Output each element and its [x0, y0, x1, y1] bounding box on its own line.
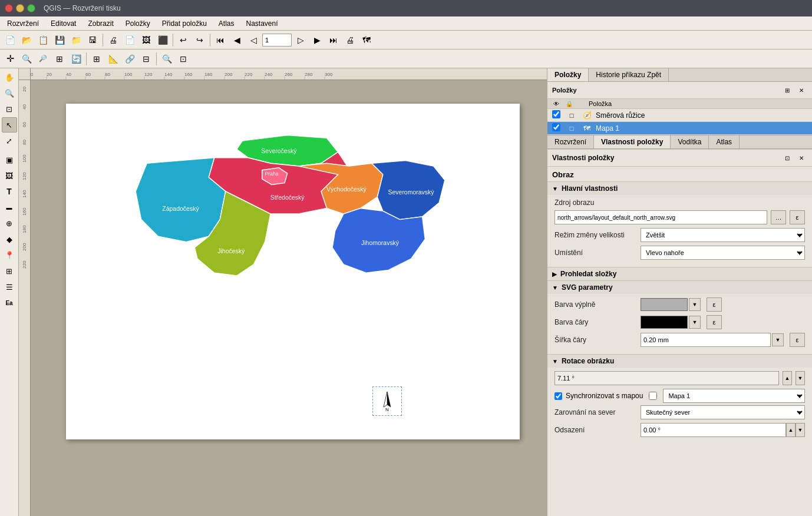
add-map-button[interactable]: ✛ — [2, 51, 18, 67]
tab-voditka[interactable]: Vodítka — [671, 135, 709, 148]
add-shape-tool[interactable]: ◆ — [2, 231, 17, 247]
menu-nastaveni[interactable]: Nastavení — [242, 18, 283, 29]
save-button[interactable]: 💾 — [52, 32, 67, 48]
sirka-cary-dropdown[interactable]: ▼ — [772, 333, 784, 346]
export-pdf-button[interactable]: 📄 — [122, 32, 137, 48]
rotation-up-btn[interactable]: ▲ — [783, 371, 792, 385]
save2-button[interactable]: 🖫 — [85, 32, 100, 48]
row-map-visible[interactable] — [550, 123, 563, 133]
page-input[interactable] — [262, 34, 292, 47]
barva-vyplne-dropdown[interactable]: ▼ — [689, 298, 701, 311]
items-action-1[interactable]: ⊞ — [781, 84, 793, 96]
snap-guides-button[interactable]: 📐 — [105, 51, 121, 67]
zdroj-obrazu-input[interactable] — [554, 210, 767, 224]
snap-items-button[interactable]: 🔗 — [122, 51, 137, 67]
tab-rozvreni[interactable]: Rozvržení — [547, 135, 594, 148]
layout-page[interactable]: Severočeský Středočeský Praha Západočesk… — [66, 104, 520, 439]
menu-editovat[interactable]: Editovat — [46, 18, 81, 29]
snap-grid-button[interactable]: ⊞ — [89, 51, 104, 67]
move-tool[interactable]: ⤢ — [2, 133, 17, 148]
add-image-tool[interactable]: 🖼 — [2, 168, 17, 183]
nav-next-button[interactable]: ⏭ — [326, 32, 341, 48]
select-tool[interactable]: ↖ — [2, 117, 17, 133]
tab-atlas[interactable]: Atlas — [709, 135, 740, 148]
export-svg-button[interactable]: ⬛ — [155, 32, 170, 48]
section-svg-header[interactable]: ▼ SVG parametry — [547, 281, 812, 294]
menu-polozky[interactable]: Položky — [121, 18, 155, 29]
menu-rozvreni[interactable]: Rozvržení — [2, 18, 44, 29]
nav-next3-button[interactable]: ▷ — [293, 32, 308, 48]
items-action-2[interactable]: ✕ — [796, 84, 807, 96]
section-hlavni-header[interactable]: ▼ Hlavní vlastnosti — [547, 182, 812, 195]
section-prohledat-header[interactable]: ▶ Prohledat složky — [547, 267, 812, 280]
row-north-visible[interactable] — [550, 110, 563, 120]
atlas-button[interactable]: 🗺 — [359, 32, 374, 48]
add-north-tool[interactable]: ⊕ — [2, 216, 17, 231]
odsazeni-input[interactable] — [641, 423, 786, 437]
menu-pridat-polozku[interactable]: Přidat položku — [157, 18, 212, 29]
rezim-select[interactable]: Zvětšit Zmenšit Roztáhnout — [641, 228, 805, 242]
nav-prev2-button[interactable]: ◀ — [229, 32, 245, 48]
add-html-tool[interactable]: Ea — [2, 295, 17, 310]
barva-cary-expr-btn[interactable]: ε — [707, 315, 722, 329]
zarovnani-select[interactable]: Skutečný sever Magnetický sever Střed ma… — [641, 405, 805, 419]
zoom-in-button[interactable]: 🔍 — [19, 51, 34, 67]
maximize-button[interactable] — [27, 4, 35, 12]
section-rotace-header[interactable]: ▼ Rotace obrázku — [547, 355, 812, 368]
nav-next2-button[interactable]: ▶ — [309, 32, 325, 48]
sync-map-checkbox[interactable] — [649, 392, 657, 400]
new-layout-button[interactable]: 📄 — [2, 32, 18, 48]
items-row-north[interactable]: □ 🧭 Směrová růžice — [547, 109, 812, 122]
sirka-cary-input[interactable] — [641, 333, 771, 347]
zoom-full-button[interactable]: ⊞ — [52, 51, 67, 67]
barva-cary-dropdown[interactable]: ▼ — [689, 316, 701, 329]
tab-vlastnosti[interactable]: Vlastnosti položky — [594, 135, 671, 148]
props-restore-button[interactable]: ⊡ — [781, 152, 793, 164]
refresh-button[interactable]: 🔄 — [68, 51, 84, 67]
nav-prev-button[interactable]: ⏮ — [213, 32, 228, 48]
add-text-tool[interactable]: T — [2, 184, 17, 199]
zoom-full-tool[interactable]: ⊡ — [2, 101, 17, 117]
props-close-button[interactable]: ✕ — [796, 152, 807, 164]
tab-history[interactable]: Historie příkazu Zpět — [589, 68, 669, 81]
zoom-layout-button[interactable]: ⊡ — [176, 51, 191, 67]
minimize-button[interactable] — [16, 4, 24, 12]
zdroj-expr-button[interactable]: ε — [790, 210, 805, 224]
odsazeni-down-btn[interactable]: ▼ — [796, 423, 805, 437]
items-row-map[interactable]: □ 🗺 Mapa 1 — [547, 122, 812, 135]
open-button[interactable]: 📂 — [19, 32, 34, 48]
sirka-cary-expr-btn[interactable]: ε — [790, 333, 805, 347]
duplicate-button[interactable]: 📋 — [35, 32, 51, 48]
map-visible-check[interactable] — [552, 123, 560, 131]
menu-atlas[interactable]: Atlas — [214, 18, 239, 29]
export-img-button[interactable]: 🖼 — [138, 32, 154, 48]
barva-cary-swatch[interactable] — [641, 316, 688, 329]
rotation-value-input[interactable] — [554, 371, 779, 385]
add-table-tool[interactable]: ⊞ — [2, 263, 17, 279]
sync-checkbox[interactable] — [554, 392, 562, 400]
barva-vyplne-expr-btn[interactable]: ε — [707, 297, 722, 312]
north-arrow-item[interactable]: N — [372, 386, 402, 416]
nav-prev3-button[interactable]: ◁ — [246, 32, 261, 48]
print2-button[interactable]: 🖨 — [342, 32, 358, 48]
menu-zobrazit[interactable]: Zobrazit — [83, 18, 118, 29]
pan-tool[interactable]: ✋ — [2, 70, 17, 85]
undo-button[interactable]: ↩ — [176, 32, 191, 48]
zoom-out-button[interactable]: 🔎 — [35, 51, 51, 67]
add-legend-tool[interactable]: ☰ — [2, 279, 17, 295]
tab-polozky[interactable]: Položky — [547, 68, 589, 81]
sync-map-select[interactable]: Mapa 1 — [663, 389, 805, 403]
rotation-down-btn[interactable]: ▼ — [796, 371, 805, 385]
odsazeni-up-btn[interactable]: ▲ — [786, 423, 796, 437]
zoom-tool[interactable]: 🔍 — [2, 85, 17, 101]
print-button[interactable]: 🖨 — [105, 32, 121, 48]
zoom-area-button[interactable]: 🔍 — [159, 51, 174, 67]
redo-button[interactable]: ↪ — [192, 32, 207, 48]
close-button[interactable] — [5, 4, 13, 12]
folder-button[interactable]: 📁 — [68, 32, 84, 48]
barva-vyplne-swatch[interactable] — [641, 298, 688, 311]
smart-guides-button[interactable]: ⊟ — [138, 51, 154, 67]
umisteni-select[interactable]: Vlevo nahoře Uprostřed nahoře Vpravo nah… — [641, 246, 805, 260]
add-marker-tool[interactable]: 📍 — [2, 247, 17, 263]
add-scalebar-tool[interactable]: ▬ — [2, 200, 17, 215]
